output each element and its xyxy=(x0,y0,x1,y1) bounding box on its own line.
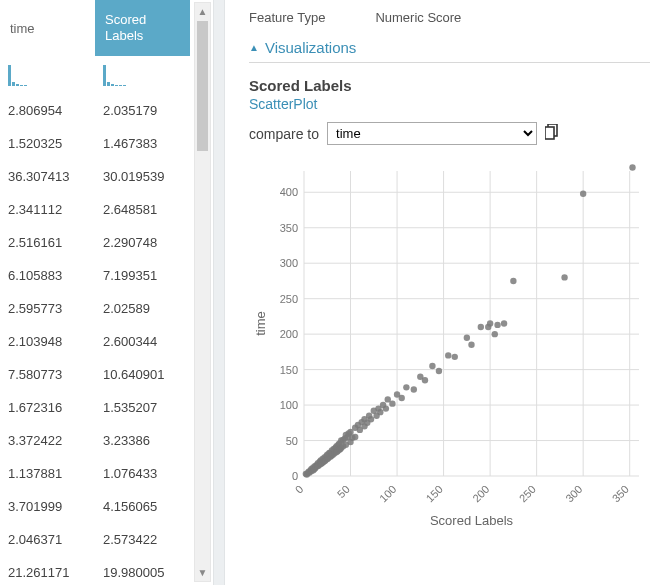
cell-time: 21.261171 xyxy=(0,565,95,580)
svg-point-138 xyxy=(468,342,474,348)
sparkline-row xyxy=(0,56,213,94)
cell-scored: 2.648581 xyxy=(95,202,190,217)
svg-text:300: 300 xyxy=(280,257,298,269)
svg-text:250: 250 xyxy=(280,293,298,305)
cell-scored: 19.980005 xyxy=(95,565,190,580)
cell-time: 36.307413 xyxy=(0,169,95,184)
svg-text:250: 250 xyxy=(517,483,538,504)
svg-point-146 xyxy=(561,274,567,280)
svg-text:300: 300 xyxy=(563,483,584,504)
table-row[interactable]: 1.5203251.467383 xyxy=(0,127,213,160)
table-row[interactable]: 7.58077310.640901 xyxy=(0,358,213,391)
copy-icon[interactable] xyxy=(545,124,559,143)
svg-point-110 xyxy=(352,434,358,440)
svg-text:0: 0 xyxy=(293,483,306,496)
cell-time: 3.701999 xyxy=(0,499,95,514)
svg-point-133 xyxy=(429,363,435,369)
compare-to-label: compare to xyxy=(249,126,319,142)
cell-time: 1.137881 xyxy=(0,466,95,481)
svg-text:time: time xyxy=(253,311,268,336)
scroll-up-button[interactable]: ▲ xyxy=(195,3,210,20)
cell-time: 2.046371 xyxy=(0,532,95,547)
cell-scored: 30.019539 xyxy=(95,169,190,184)
table-row[interactable]: 2.5161612.290748 xyxy=(0,226,213,259)
vertical-scrollbar[interactable]: ▲ ▼ xyxy=(194,2,211,582)
svg-point-137 xyxy=(464,334,470,340)
visualizations-header-text: Visualizations xyxy=(265,39,356,56)
svg-rect-4 xyxy=(24,85,27,86)
svg-rect-12 xyxy=(545,127,554,139)
cell-time: 2.103948 xyxy=(0,334,95,349)
cell-scored: 1.467383 xyxy=(95,136,190,151)
table-row[interactable]: 6.1058837.199351 xyxy=(0,259,213,292)
svg-rect-8 xyxy=(115,85,118,86)
scatter-plot-svg: 0501001502002503003504000501001502002503… xyxy=(249,161,649,531)
svg-text:0: 0 xyxy=(292,470,298,482)
svg-point-143 xyxy=(494,322,500,328)
svg-rect-1 xyxy=(12,82,15,86)
table-row[interactable]: 2.8069542.035179 xyxy=(0,94,213,127)
table-row[interactable]: 2.5957732.02589 xyxy=(0,292,213,325)
meta-row: Feature Type Numeric Score xyxy=(249,8,650,39)
svg-text:350: 350 xyxy=(610,483,631,504)
cell-scored: 10.640901 xyxy=(95,367,190,382)
svg-point-132 xyxy=(422,377,428,383)
plot-type-link[interactable]: ScatterPlot xyxy=(249,96,650,112)
svg-point-145 xyxy=(510,278,516,284)
table-row[interactable]: 3.7019994.156065 xyxy=(0,490,213,523)
table-row[interactable]: 2.0463712.573422 xyxy=(0,523,213,556)
table-row[interactable]: 1.6723161.535207 xyxy=(0,391,213,424)
feature-type-label: Feature Type xyxy=(249,10,325,25)
table-row[interactable]: 3.3724223.23386 xyxy=(0,424,213,457)
svg-text:200: 200 xyxy=(280,328,298,340)
table-row[interactable]: 2.3411122.648581 xyxy=(0,193,213,226)
cell-scored: 1.535207 xyxy=(95,400,190,415)
svg-text:350: 350 xyxy=(280,222,298,234)
cell-time: 2.516161 xyxy=(0,235,95,250)
svg-point-139 xyxy=(478,324,484,330)
svg-text:Scored Labels: Scored Labels xyxy=(430,513,514,528)
cell-scored: 4.156065 xyxy=(95,499,190,514)
svg-rect-3 xyxy=(20,85,23,86)
svg-point-126 xyxy=(389,400,395,406)
cell-scored: 2.02589 xyxy=(95,301,190,316)
table-row[interactable]: 36.30741330.019539 xyxy=(0,160,213,193)
svg-rect-10 xyxy=(123,85,126,86)
cell-scored: 1.076433 xyxy=(95,466,190,481)
svg-point-142 xyxy=(492,331,498,337)
cell-scored: 2.573422 xyxy=(95,532,190,547)
cell-scored: 2.035179 xyxy=(95,103,190,118)
cell-time: 1.672316 xyxy=(0,400,95,415)
svg-point-128 xyxy=(399,395,405,401)
svg-text:400: 400 xyxy=(280,186,298,198)
column-header-scored-labels[interactable]: Scored Labels xyxy=(95,0,190,56)
svg-point-122 xyxy=(377,409,383,415)
svg-point-144 xyxy=(501,320,507,326)
scroll-down-button[interactable]: ▼ xyxy=(195,564,210,581)
svg-text:150: 150 xyxy=(280,364,298,376)
compare-to-select[interactable]: time xyxy=(327,122,537,145)
cell-time: 6.105883 xyxy=(0,268,95,283)
column-header-label: Scored Labels xyxy=(105,12,180,43)
cell-scored: 2.290748 xyxy=(95,235,190,250)
scroll-thumb[interactable] xyxy=(197,21,208,151)
visualization-pane: Feature Type Numeric Score ▲ Visualizati… xyxy=(225,0,668,585)
svg-rect-0 xyxy=(8,65,11,86)
table-header-row: time Scored Labels xyxy=(0,0,213,56)
table-row[interactable]: 1.1378811.076433 xyxy=(0,457,213,490)
table-row[interactable]: 2.1039482.600344 xyxy=(0,325,213,358)
svg-rect-7 xyxy=(111,84,114,86)
column-header-time[interactable]: time xyxy=(0,0,95,56)
table-row[interactable]: 21.26117119.980005 xyxy=(0,556,213,585)
app-root: time Scored Labels xyxy=(0,0,668,585)
visualizations-section-header[interactable]: ▲ Visualizations xyxy=(249,39,650,63)
cell-time: 2.806954 xyxy=(0,103,95,118)
table-body: 2.8069542.0351791.5203251.46738336.30741… xyxy=(0,94,213,585)
svg-text:200: 200 xyxy=(470,483,491,504)
svg-point-141 xyxy=(487,320,493,326)
cell-time: 7.580773 xyxy=(0,367,95,382)
svg-text:150: 150 xyxy=(424,483,445,504)
chart-title: Scored Labels xyxy=(249,77,650,94)
svg-text:50: 50 xyxy=(286,435,298,447)
pane-divider[interactable] xyxy=(213,0,225,585)
